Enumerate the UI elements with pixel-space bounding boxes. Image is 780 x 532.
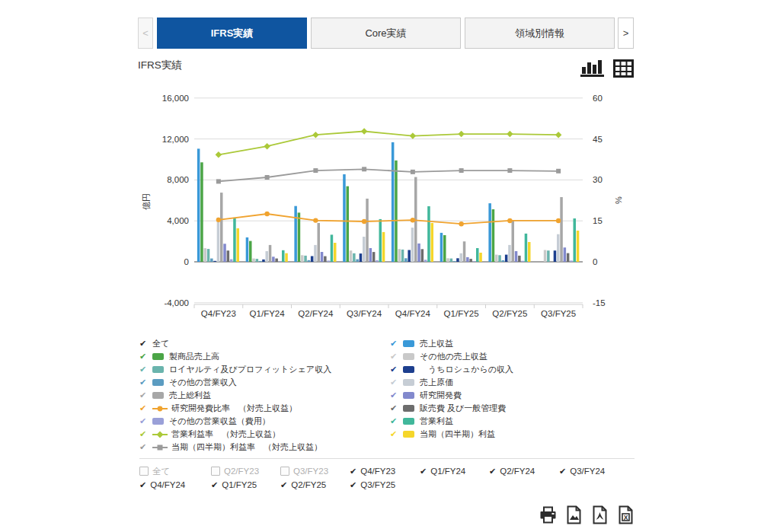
legend-item[interactable]: ✔研究開発費比率 （対売上収益）	[139, 402, 383, 415]
bar	[347, 186, 350, 262]
legend-item[interactable]: ✔営業利益	[390, 415, 634, 428]
legend-item[interactable]: ✔製商品売上高	[139, 350, 383, 363]
check-icon: ✔	[139, 404, 152, 413]
legend-swatch	[403, 431, 414, 438]
period-checkbox-q4-fy23[interactable]: ✔Q4/FY23	[350, 464, 395, 478]
legend-label: その他の営業収益（費用）	[169, 416, 270, 427]
bar	[200, 162, 203, 262]
period-checkbox-q1-fy24[interactable]: ✔Q1/FY24	[420, 464, 465, 478]
legend-swatch	[403, 418, 414, 425]
legend-label: うちロシュからの収入	[420, 364, 513, 375]
bar	[252, 259, 255, 262]
legend-swatch	[403, 353, 414, 360]
legend-item[interactable]: ✔当期（四半期）利益	[390, 428, 634, 441]
legend-item[interactable]: ✔当期（四半期）利益率 （対売上収益）	[139, 441, 383, 454]
check-icon: ✔	[139, 378, 152, 387]
legend-item[interactable]: ✔ うちロシュからの収入	[390, 363, 634, 376]
bar	[421, 249, 424, 262]
legend-item[interactable]: ✔営業利益率 （対売上収益）	[139, 428, 383, 441]
bar	[210, 259, 213, 262]
legend-item[interactable]: ✔その他の売上収益	[390, 350, 634, 363]
tab-segment[interactable]: 領域別情報	[465, 18, 615, 49]
period-checkbox-q2-fy23[interactable]: Q2/FY23	[211, 464, 259, 478]
legend-swatch	[403, 405, 414, 412]
tabs-prev-button[interactable]: <	[138, 18, 153, 49]
legend-item[interactable]: ✔その他の営業収益（費用）	[139, 415, 383, 428]
legend-label: 販売費 及び一般管理費	[420, 403, 506, 414]
legend-label: 売上原価	[420, 377, 453, 388]
bar-chart-view-icon[interactable]	[579, 58, 606, 78]
legend-item[interactable]: ✔売上原価	[390, 376, 634, 389]
svg-text:45: 45	[593, 135, 603, 144]
legend-line-marker	[152, 444, 168, 451]
bar	[463, 241, 466, 262]
bar	[298, 212, 301, 262]
legend-item[interactable]: ✔ロイヤルティ及びプロフィットシェア収入	[139, 363, 383, 376]
bar	[233, 218, 236, 262]
period-checkbox-q1-fy25[interactable]: ✔Q1/FY25	[211, 478, 257, 492]
period-checkbox-q2-fy25[interactable]: ✔Q2/FY25	[280, 478, 326, 492]
tabs-next-button[interactable]: >	[618, 18, 634, 49]
empty-checkbox-icon	[139, 467, 149, 476]
table-view-icon[interactable]	[613, 59, 634, 78]
bar	[427, 206, 430, 262]
bar	[466, 257, 469, 262]
bar	[246, 237, 249, 262]
bar	[450, 259, 453, 262]
legend-item[interactable]: ✔売上総利益	[139, 389, 383, 402]
bar	[334, 243, 337, 262]
bar	[318, 223, 321, 262]
svg-text:15: 15	[593, 216, 603, 225]
legend-label: ロイヤルティ及びプロフィットシェア収入	[169, 364, 331, 375]
period-checkbox-q3-fy24[interactable]: ✔Q3/FY24	[559, 464, 605, 478]
legend-item[interactable]: ✔全て	[139, 337, 383, 350]
bar	[379, 219, 382, 262]
check-icon: ✔	[211, 480, 218, 490]
svg-text:4,000: 4,000	[167, 216, 189, 225]
page-title: IFRS実績	[138, 59, 182, 72]
legend-item[interactable]: ✔販売費 及び一般管理費	[390, 402, 634, 415]
legend-item[interactable]: ✔研究開発費	[390, 389, 634, 402]
period-checkbox-q2-fy24[interactable]: ✔Q2/FY24	[489, 464, 535, 478]
bar	[577, 231, 580, 262]
period-checkbox-q4-fy24[interactable]: ✔Q4/FY24	[139, 478, 185, 492]
bar	[508, 245, 511, 262]
bar	[279, 261, 282, 262]
image-export-icon[interactable]	[564, 505, 584, 525]
bar	[256, 259, 259, 262]
tab-core[interactable]: Core実績	[311, 18, 461, 49]
check-icon: ✔	[139, 365, 152, 374]
bar	[301, 255, 304, 262]
svg-text:Q1/FY25: Q1/FY25	[444, 309, 479, 318]
pdf-export-icon[interactable]	[590, 505, 610, 525]
check-icon: ✔	[139, 480, 146, 490]
svg-text:Q3/FY25: Q3/FY25	[541, 309, 576, 318]
svg-text:8,000: 8,000	[167, 175, 189, 184]
legend-label: 当期（四半期）利益率 （対売上収益）	[171, 441, 322, 453]
period-filter-row: ✔Q4/FY24✔Q1/FY25✔Q2/FY25✔Q3/FY25	[139, 478, 635, 492]
chart-plot[interactable]: 16,0006012,000458,000304,0001500-4,000-1…	[137, 86, 644, 327]
excel-export-icon[interactable]: X	[615, 505, 636, 525]
bar	[366, 199, 369, 262]
legend-swatch	[152, 418, 164, 425]
bar	[223, 244, 226, 262]
svg-text:Q4/FY24: Q4/FY24	[395, 309, 431, 318]
check-icon: ✔	[559, 467, 566, 476]
bar	[456, 258, 459, 262]
bar	[207, 249, 210, 262]
check-icon: ✔	[390, 339, 403, 348]
period-filter: 全てQ2/FY23Q3/FY23✔Q4/FY23✔Q1/FY24✔Q2/FY24…	[139, 464, 635, 492]
printer-icon[interactable]	[538, 505, 558, 525]
bar	[446, 258, 449, 262]
divider	[139, 458, 635, 459]
period-checkbox-q3-fy25[interactable]: ✔Q3/FY25	[350, 478, 395, 492]
legend-item[interactable]: ✔その他の営業収入	[139, 376, 383, 389]
legend-item[interactable]: ✔売上収益	[390, 337, 634, 350]
tab-ifrs[interactable]: IFRS実績	[157, 18, 307, 49]
period-checkbox-全て[interactable]: 全て	[139, 464, 170, 478]
bar	[350, 250, 353, 262]
svg-text:Q2/FY25: Q2/FY25	[492, 309, 527, 318]
svg-text:16,000: 16,000	[162, 94, 189, 103]
bar	[498, 255, 501, 262]
period-checkbox-q3-fy23[interactable]: Q3/FY23	[280, 464, 328, 478]
